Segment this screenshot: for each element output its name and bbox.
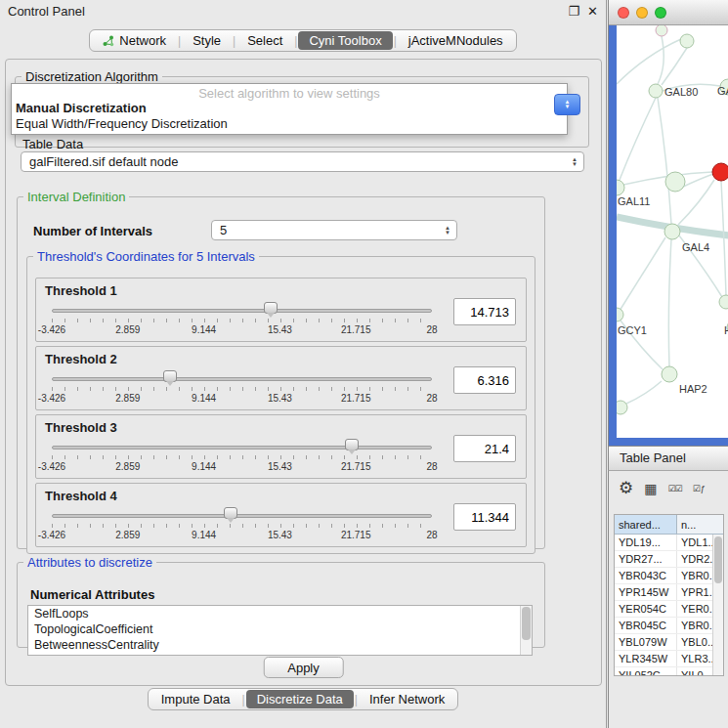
column-header-n[interactable]: n... (677, 515, 723, 534)
network-node[interactable] (712, 163, 728, 181)
threshold-value-input[interactable] (453, 435, 516, 462)
network-node[interactable] (665, 172, 685, 192)
row-functions-icon[interactable]: ☑ƒ (693, 484, 706, 493)
table-cell[interactable]: YLR345W (615, 651, 677, 666)
network-node[interactable] (656, 25, 667, 36)
minimize-traffic-light[interactable] (636, 7, 648, 19)
list-scrollbar[interactable] (520, 606, 532, 655)
slider-thumb[interactable] (264, 302, 278, 314)
scrollbar-thumb[interactable] (522, 607, 531, 640)
tab-infer-network[interactable]: Infer Network (359, 690, 455, 708)
threshold-slider[interactable]: -3.4262.8599.14415.4321.71528 (52, 439, 432, 476)
gear-icon[interactable]: ⚙ (619, 478, 633, 498)
scrollbar-thumb[interactable] (714, 536, 722, 583)
network-node[interactable] (680, 34, 694, 48)
combobox-value: 5 (212, 223, 439, 237)
network-edge[interactable] (662, 48, 687, 85)
threshold-slider[interactable]: -3.4262.8599.14415.4321.71528 (52, 507, 432, 544)
tab-style[interactable]: Style (182, 31, 232, 50)
combo-stepper-icon[interactable]: ▲ ▼ (566, 157, 583, 167)
slider-track[interactable] (52, 309, 432, 313)
network-graph[interactable]: GAL80GAGAL11GAL4GCY1HHAP2 (617, 25, 728, 438)
table-row[interactable]: YER054CYER0... (615, 601, 723, 618)
network-edge[interactable] (658, 36, 664, 84)
threshold-slider[interactable]: -3.4262.8599.14415.4321.71528 (52, 302, 432, 339)
table-row[interactable]: YLR345WYLR3... (615, 651, 723, 667)
threshold-slider[interactable]: -3.4262.8599.14415.4321.71528 (52, 370, 432, 407)
table-cell[interactable]: YBR043C (615, 568, 677, 583)
node-label: HAP2 (679, 383, 707, 395)
table-cell[interactable]: YER054C (615, 601, 677, 617)
table-row[interactable]: YBR043CYBR0... (615, 568, 723, 584)
table-columns-icon[interactable]: ▦ (644, 481, 657, 496)
table-row[interactable]: YBL079WYBL0... (615, 634, 723, 651)
network-edge[interactable] (620, 237, 665, 311)
number-of-intervals-combobox[interactable]: 5 ▲ ▼ (211, 220, 457, 240)
table-cell[interactable]: YDR27... (615, 551, 677, 567)
node-hap2[interactable] (662, 366, 677, 382)
network-edge[interactable] (658, 98, 671, 224)
tab-network[interactable]: Network (92, 31, 177, 50)
threshold-value-input[interactable] (453, 298, 516, 325)
tab-label: jActiveMNodules (408, 33, 503, 48)
tab-jactivemnodules[interactable]: jActiveMNodules (398, 31, 514, 50)
table-cell[interactable]: YBL079W (615, 634, 677, 650)
combo-stepper-icon[interactable]: ▲ ▼ (439, 226, 456, 236)
attribute-item-betweennesscentrality[interactable]: BetweennessCentrality (28, 637, 532, 653)
slider-thumb[interactable] (224, 507, 237, 519)
slider-thumb[interactable] (345, 439, 359, 450)
scale-label: 9.144 (192, 461, 216, 472)
table-row[interactable]: YIL052CYIL0... (615, 667, 723, 676)
table-cell[interactable]: YDL19... (615, 535, 677, 550)
table-row[interactable]: YDR27...YDR2... (615, 551, 723, 568)
network-edge[interactable] (617, 39, 681, 84)
tab-select[interactable]: Select (236, 31, 293, 50)
network-edge[interactable] (620, 98, 656, 180)
network-edge[interactable] (668, 239, 671, 366)
tab-impute-data[interactable]: Impute Data (150, 690, 241, 708)
table-row[interactable]: YDL19...YDL1... (615, 535, 723, 551)
scale-label: 9.144 (192, 393, 216, 404)
node-gal11[interactable] (617, 180, 624, 195)
close-traffic-light[interactable] (618, 7, 629, 19)
network-node[interactable] (617, 401, 627, 414)
algorithm-combo-stepper[interactable]: ▲ ▼ (554, 94, 580, 115)
select-columns-icon[interactable]: ☑☑ (667, 484, 681, 493)
table-row[interactable]: YPR145WYPR1... (615, 584, 723, 601)
close-icon[interactable]: ✕ (587, 4, 598, 19)
network-window-titlebar (609, 0, 728, 25)
threshold-value-input[interactable] (453, 503, 516, 531)
network-edge[interactable] (681, 174, 713, 188)
node-gcy1[interactable] (617, 308, 623, 321)
slider-track[interactable] (52, 446, 432, 450)
table-row[interactable]: YBR045CYBR0... (615, 618, 723, 634)
algorithm-option-equal-width-frequency-discretization[interactable]: Equal Width/Frequency Discretization (12, 115, 567, 131)
tab-discretize-data[interactable]: Discretize Data (246, 690, 354, 708)
algorithm-option-manual-discretization[interactable]: Manual Discretization (12, 100, 567, 115)
apply-button[interactable]: Apply (263, 657, 344, 678)
zoom-traffic-light[interactable] (655, 7, 666, 19)
attribute-item-selfloops[interactable]: SelfLoops (28, 606, 532, 621)
slider-track[interactable] (52, 514, 432, 518)
table-cell[interactable]: YIL052C (615, 667, 677, 676)
threshold-value-input[interactable] (453, 366, 516, 394)
table-scrollbar[interactable] (712, 535, 723, 675)
tab-cyni-toolbox[interactable]: Cyni Toolbox (298, 31, 392, 50)
column-header-shared[interactable]: shared... (615, 515, 677, 534)
minimize-icon[interactable]: ❐ (568, 4, 579, 19)
network-node[interactable] (719, 295, 728, 309)
slider-thumb[interactable] (163, 370, 177, 382)
slider-ticks (52, 387, 432, 391)
attribute-item-topologicalcoefficient[interactable]: TopologicalCoefficient (28, 621, 532, 637)
node-gal80[interactable] (649, 84, 663, 98)
numerical-attributes-list[interactable]: SelfLoopsTopologicalCoefficientBetweenne… (27, 605, 533, 656)
scale-label: 15.43 (268, 530, 292, 540)
table-cell[interactable]: YBR045C (615, 618, 677, 633)
slider-track[interactable] (52, 377, 432, 381)
network-canvas[interactable]: GAL80GAGAL11GAL4GCY1HHAP2 (617, 25, 728, 438)
network-edge[interactable] (626, 381, 662, 404)
scale-label: 2.859 (115, 530, 140, 540)
table-data-combobox[interactable]: galFiltered.sif default node ▲ ▼ (21, 151, 584, 172)
node-gal4[interactable] (664, 224, 680, 239)
table-cell[interactable]: YPR145W (615, 584, 677, 600)
